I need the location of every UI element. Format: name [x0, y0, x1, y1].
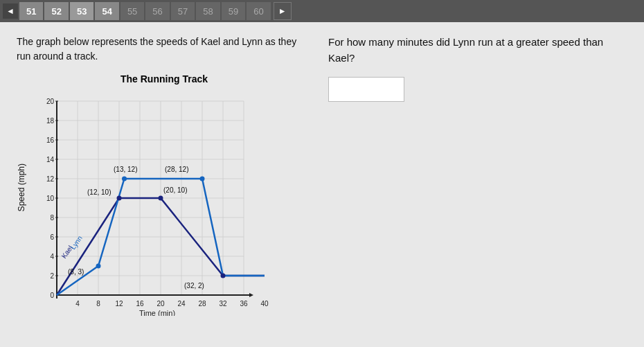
lynn-point-13-12 — [122, 177, 127, 181]
chart-svg: 4 8 12 16 20 24 28 32 36 40 — [29, 87, 278, 316]
svg-text:8: 8 — [96, 300, 100, 308]
svg-text:36: 36 — [240, 300, 248, 308]
tab-nav-back[interactable]: ◄ — [3, 3, 18, 19]
y-axis-label: Speed (mph) — [17, 163, 26, 211]
annotation-28-12: (28, 12) — [165, 166, 188, 173]
svg-text:12: 12 — [115, 300, 123, 308]
tab-58[interactable]: 58 — [196, 2, 220, 20]
svg-text:20: 20 — [46, 98, 55, 105]
left-panel: The graph below represents the speeds of… — [17, 35, 307, 335]
svg-text:8: 8 — [50, 214, 54, 222]
annotation-8-3: (8, 3) — [68, 268, 84, 276]
svg-text:4: 4 — [75, 300, 80, 308]
tab-54[interactable]: 54 — [95, 2, 118, 20]
svg-text:0: 0 — [50, 292, 54, 299]
tab-56[interactable]: 56 — [145, 2, 169, 20]
lynn-point-8-3 — [96, 264, 101, 269]
chart-title: The Running Track — [50, 73, 278, 84]
chart-area: The Running Track — [29, 73, 278, 316]
tab-57[interactable]: 57 — [171, 2, 195, 20]
svg-text:14: 14 — [46, 156, 55, 163]
svg-text:16: 16 — [46, 136, 55, 144]
svg-text:24: 24 — [177, 300, 186, 308]
tab-bar: ◄ 51 52 53 54 55 56 57 58 59 60 ► — [0, 0, 644, 22]
main-content: The graph below represents the speeds of… — [0, 22, 644, 347]
svg-text:6: 6 — [50, 233, 54, 241]
svg-text:20: 20 — [156, 300, 165, 308]
play-button[interactable]: ► — [274, 2, 292, 20]
x-axis-label: Time (min) — [139, 309, 175, 316]
svg-text:40: 40 — [260, 300, 269, 308]
annotation-12-10: (12, 10) — [87, 188, 111, 196]
tab-59[interactable]: 59 — [222, 2, 245, 20]
svg-marker-23 — [249, 293, 253, 297]
lynn-point-28-12 — [200, 177, 205, 181]
svg-text:32: 32 — [219, 300, 227, 308]
question-text: For how many minutes did Lynn run at a g… — [328, 35, 627, 66]
annotation-32-2: (32, 2) — [184, 282, 204, 290]
problem-description: The graph below represents the speeds of… — [17, 35, 307, 64]
answer-input[interactable] — [328, 77, 404, 102]
kael-point-12-10 — [117, 196, 122, 201]
svg-text:28: 28 — [198, 300, 206, 308]
svg-text:12: 12 — [46, 175, 55, 183]
chart-container: Speed (mph) The Running Track — [17, 73, 307, 316]
kael-point-32-2 — [221, 274, 226, 278]
annotation-20-10: (20, 10) — [163, 186, 187, 194]
tab-51[interactable]: 51 — [19, 2, 43, 20]
right-panel: For how many minutes did Lynn run at a g… — [307, 35, 627, 335]
tab-52[interactable]: 52 — [44, 2, 68, 20]
tab-60[interactable]: 60 — [247, 2, 270, 20]
svg-text:18: 18 — [46, 117, 55, 125]
svg-text:16: 16 — [136, 300, 144, 308]
tab-55[interactable]: 55 — [120, 2, 144, 20]
svg-text:10: 10 — [46, 195, 55, 202]
svg-text:4: 4 — [50, 253, 54, 260]
kael-point-20-10 — [159, 196, 163, 201]
annotation-13-12: (13, 12) — [114, 166, 137, 173]
svg-text:2: 2 — [50, 272, 54, 280]
tab-53[interactable]: 53 — [70, 2, 93, 20]
